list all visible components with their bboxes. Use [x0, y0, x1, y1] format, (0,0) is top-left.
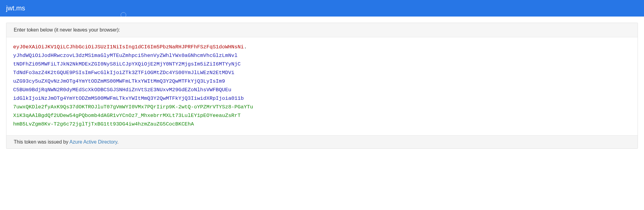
- panel-heading: Enter token below (it never leaves your …: [6, 23, 638, 37]
- jwt-signature-line: XiK3qAAlBgdQf2UDew54gPQbomb4dAGR1vYCnOz7…: [13, 113, 241, 118]
- token-display[interactable]: eyJ0eXAiOiJKV1QiLCJhbGciOiJSUzI1NiIsIng1…: [6, 37, 638, 135]
- jwt-payload-line: idGlkIjoiNzJmOTg4YmYtODZmMS00MWFmLTkxYWI…: [13, 96, 244, 101]
- main-container: Enter token below (it never leaves your …: [0, 17, 644, 155]
- jwt-payload-line: tNDFhZi05MWFiLTJkN2NkMDExZGI0NyS8iLCJpYX…: [13, 61, 241, 67]
- token-panel: Enter token below (it never leaves your …: [6, 23, 638, 149]
- jwt-header-segment: eyJ0eXAiOiJKV1QiLCJhbGciOiJSUzI1NiIsIng1…: [13, 44, 244, 50]
- app-header: jwt.ms: [0, 0, 644, 17]
- issuer-link[interactable]: Azure Active Directory: [69, 139, 117, 144]
- loading-spinner-icon: [121, 12, 126, 18]
- jwt-payload-line: TdNdFo3azZ4K2tGQUE9PSIsImFwcGlkIjoiZTk3Z…: [13, 70, 234, 76]
- issuer-prefix: This token was issued by: [14, 139, 69, 144]
- app-title: jwt.ms: [6, 4, 25, 12]
- jwt-payload-line: C5BUm9BdjRqNWN2R0dyMEdScXkODBCSGJSNHdiZn…: [13, 87, 231, 93]
- jwt-signature-line: hmB5LvZgm8Kv-T2g6c72jglTjTxBG1tt93DG4iw4…: [13, 121, 194, 127]
- issuer-footer: This token was issued by Azure Active Di…: [6, 135, 638, 148]
- jwt-payload-line: yJhdWQiOiJodHRwczovL3dzMS1maGlyMTEuZmhpc…: [13, 53, 238, 58]
- issuer-suffix: .: [117, 139, 119, 144]
- jwt-payload-line: uZG93cy5uZXQvNzJmOTg4YmYtODZmMS00MWFmLTk…: [13, 78, 225, 84]
- jwt-signature-line: 7uwxQKDle2fyAxK9Qs37dOKTROJluT07gVmWYI0V…: [13, 104, 253, 110]
